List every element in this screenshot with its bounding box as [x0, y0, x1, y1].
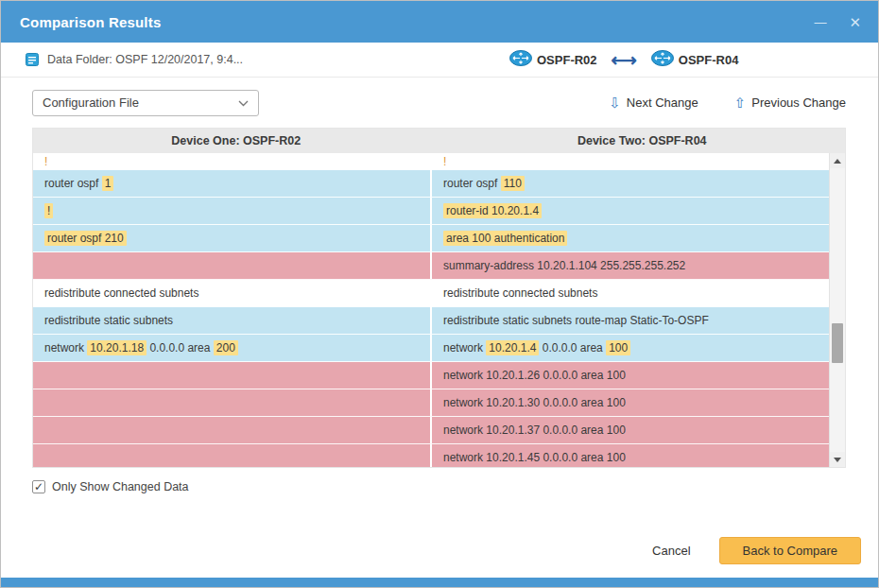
diff-row: network 10.20.1.26 0.0.0.0 area 100 — [33, 362, 829, 389]
next-change-label: Next Change — [627, 95, 698, 110]
diff-cell-right: router ospf 110 — [432, 170, 829, 197]
diff-cell-left: ! — [33, 198, 432, 224]
column-header-device-two: Device Two: OSPF-R04 — [440, 129, 846, 153]
dialog-footer: Cancel Back to Compare — [1, 537, 878, 578]
diff-cell-right: area 100 authentication — [432, 225, 829, 251]
diff-cell-right: network 10.20.1.4 0.0.0.0 area 100 — [432, 335, 829, 361]
diff-cell-left: ! — [33, 153, 432, 169]
text-segment: network 10.20.1.37 0.0.0.0 area 100 — [443, 424, 626, 437]
diff-cell-right: network 10.20.1.37 0.0.0.0 area 100 — [432, 417, 829, 443]
text-segment: router ospf — [44, 177, 102, 190]
only-show-changed-label: Only Show Changed Data — [52, 480, 189, 493]
text-segment: ! — [44, 155, 47, 168]
text-segment: ! — [443, 155, 446, 168]
device-pair: OSPF-R02 ⟷ OSPF-R04 — [509, 43, 738, 77]
compare-arrow-icon: ⟷ — [612, 51, 637, 69]
dialog-body: Data Folder: OSPF 12/20/2017, 9:4... OSP… — [1, 43, 878, 578]
text-segment: network — [44, 341, 87, 355]
close-icon[interactable]: ✕ — [849, 15, 861, 29]
diff-table: Device One: OSPF-R02 Device Two: OSPF-R0… — [32, 128, 846, 468]
diff-row: network 10.20.1.30 0.0.0.0 area 100 — [33, 389, 829, 417]
only-show-changed-checkbox[interactable]: ✓ Only Show Changed Data — [32, 480, 189, 493]
diff-row: redistribute connected subnetsredistribu… — [33, 280, 829, 307]
device-two-name: OSPF-R04 — [679, 53, 739, 67]
next-change-button[interactable]: ⇩ Next Change — [609, 95, 698, 110]
diff-cell-left: redistribute static subnets — [33, 307, 432, 334]
file-type-select[interactable]: Configuration File — [32, 90, 259, 116]
text-segment: redistribute static subnets route-map St… — [443, 314, 709, 327]
chevron-down-icon — [238, 95, 249, 110]
scroll-down-arrow[interactable] — [830, 452, 845, 467]
diff-row: !router-id 10.20.1.4 — [33, 198, 829, 225]
scrollbar-thumb[interactable] — [832, 323, 843, 363]
triangle-up-icon — [834, 159, 841, 164]
previous-change-button[interactable]: ⇧ Previous Change — [734, 95, 846, 110]
arrow-down-icon: ⇩ — [609, 95, 621, 110]
data-folder-row: Data Folder: OSPF 12/20/2017, 9:4... OSP… — [1, 43, 878, 78]
cancel-button[interactable]: Cancel — [652, 544, 690, 558]
triangle-down-icon — [834, 458, 841, 462]
dialog-titlebar: Comparison Results — ✕ — [1, 1, 878, 43]
diff-cell-left: redistribute connected subnets — [33, 280, 432, 306]
diff-table-body: !!router ospf 1router ospf 110!router-id… — [33, 153, 845, 467]
comparison-results-dialog: Comparison Results — ✕ Data Folder: OSPF… — [0, 0, 879, 588]
diff-row: redistribute static subnetsredistribute … — [33, 307, 829, 335]
diff-cell-right: ! — [432, 153, 829, 169]
minimize-icon[interactable]: — — [814, 16, 826, 28]
highlight: 10.20.1.4 — [486, 340, 539, 355]
router-icon-left — [509, 50, 532, 69]
column-header-device-one: Device One: OSPF-R02 — [33, 129, 440, 153]
diff-row: router ospf 210area 100 authentication — [33, 225, 829, 252]
text-segment: router ospf — [443, 177, 501, 190]
diff-cell-left: router ospf 210 — [33, 225, 432, 251]
highlight: router ospf 210 — [44, 231, 127, 246]
previous-change-label: Previous Change — [751, 95, 846, 110]
text-segment: 0.0.0.0 area — [146, 341, 214, 355]
text-segment: network — [443, 341, 486, 355]
highlight: 110 — [501, 176, 525, 191]
highlight: router-id 10.20.1.4 — [443, 203, 542, 218]
highlight: 1 — [102, 176, 114, 191]
router-icon-right — [651, 50, 674, 69]
highlight: 10.20.1.18 — [87, 340, 146, 355]
diff-row: network 10.20.1.18 0.0.0.0 area 200netwo… — [33, 335, 829, 362]
diff-cell-right: redistribute static subnets route-map St… — [432, 307, 829, 334]
change-navigation: ⇩ Next Change ⇧ Previous Change — [609, 95, 846, 110]
diff-table-header: Device One: OSPF-R02 Device Two: OSPF-R0… — [33, 129, 845, 153]
vertical-scrollbar[interactable] — [829, 153, 845, 467]
dialog-bottom-bar — [1, 578, 878, 587]
diff-row: summary-address 10.20.1.104 255.255.255.… — [33, 252, 829, 280]
highlight: ! — [44, 203, 53, 218]
diff-row: router ospf 1router ospf 110 — [33, 170, 829, 198]
arrow-up-icon: ⇧ — [734, 95, 747, 110]
window-controls: — ✕ — [814, 15, 861, 29]
scroll-up-arrow[interactable] — [830, 153, 845, 168]
text-segment: redistribute connected subnets — [443, 286, 597, 300]
diff-row: network 10.20.1.37 0.0.0.0 area 100 — [33, 417, 829, 444]
dialog-title: Comparison Results — [20, 14, 161, 30]
data-folder-label: Data Folder: OSPF 12/20/2017, 9:4... — [47, 53, 243, 66]
checkbox-icon[interactable]: ✓ — [32, 480, 45, 493]
back-to-compare-button[interactable]: Back to Compare — [719, 537, 861, 564]
text-segment: redistribute static subnets — [44, 314, 173, 327]
diff-cell-right: network 10.20.1.26 0.0.0.0 area 100 — [432, 362, 829, 389]
diff-cell-left: router ospf 1 — [33, 170, 432, 197]
text-segment: network 10.20.1.26 0.0.0.0 area 100 — [443, 369, 626, 382]
diff-cell-left: network 10.20.1.18 0.0.0.0 area 200 — [33, 335, 432, 361]
text-segment: summary-address 10.20.1.104 255.255.255.… — [443, 259, 685, 272]
text-segment: redistribute connected subnets — [44, 286, 198, 300]
highlight: area 100 authentication — [443, 231, 567, 246]
diff-cell-left — [33, 389, 432, 416]
toolbar: Configuration File ⇩ Next Change ⇧ Previ… — [1, 78, 878, 122]
diff-row: !! — [33, 153, 829, 170]
diff-cell-left — [33, 252, 432, 279]
diff-cell-right: network 10.20.1.30 0.0.0.0 area 100 — [432, 389, 829, 416]
diff-cell-left — [33, 417, 432, 443]
diff-cell-right: redistribute connected subnets — [432, 280, 829, 306]
diff-row: network 10.20.1.45 0.0.0.0 area 100 — [33, 444, 829, 467]
file-type-select-value: Configuration File — [43, 95, 139, 110]
diff-cell-left — [33, 362, 432, 389]
diff-cell-right: summary-address 10.20.1.104 255.255.255.… — [432, 252, 829, 279]
text-segment: network 10.20.1.30 0.0.0.0 area 100 — [443, 396, 626, 409]
data-folder-icon — [26, 53, 39, 66]
